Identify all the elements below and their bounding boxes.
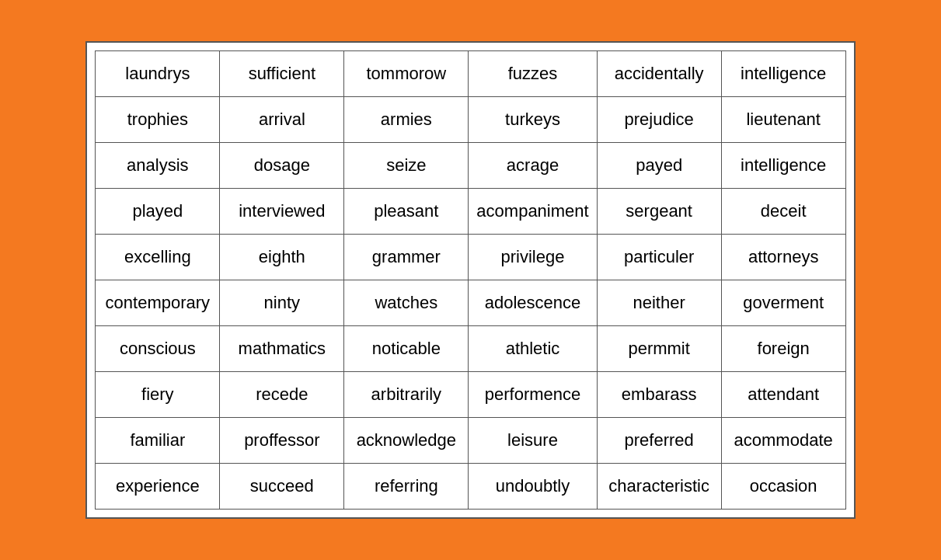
- word-table-container: laundryssufficienttommorowfuzzesaccident…: [85, 41, 855, 519]
- table-cell: played: [96, 189, 220, 235]
- table-cell: seize: [344, 143, 469, 189]
- table-row: trophiesarrivalarmiesturkeysprejudicelie…: [96, 97, 845, 143]
- table-cell: fiery: [96, 372, 220, 418]
- table-cell: grammer: [344, 235, 469, 280]
- table-cell: permmit: [597, 326, 721, 372]
- table-cell: analysis: [96, 143, 220, 189]
- table-cell: occasion: [721, 464, 845, 510]
- table-cell: excelling: [96, 235, 220, 280]
- table-cell: embarass: [597, 372, 721, 418]
- table-cell: conscious: [96, 326, 220, 372]
- table-cell: intelligence: [721, 143, 845, 189]
- table-cell: mathmatics: [220, 326, 344, 372]
- table-cell: attendant: [721, 372, 845, 418]
- table-cell: sergeant: [597, 189, 721, 235]
- table-cell: contemporary: [96, 280, 220, 326]
- word-table: laundryssufficienttommorowfuzzesaccident…: [95, 50, 845, 510]
- table-cell: leisure: [469, 418, 597, 464]
- table-cell: recede: [220, 372, 344, 418]
- table-cell: particuler: [597, 235, 721, 280]
- table-cell: arrival: [220, 97, 344, 143]
- table-cell: characteristic: [597, 464, 721, 510]
- table-cell: tommorow: [344, 51, 469, 97]
- table-cell: laundrys: [96, 51, 220, 97]
- table-cell: goverment: [721, 280, 845, 326]
- table-cell: dosage: [220, 143, 344, 189]
- table-cell: adolescence: [469, 280, 597, 326]
- table-cell: privilege: [469, 235, 597, 280]
- table-cell: arbitrarily: [344, 372, 469, 418]
- table-cell: interviewed: [220, 189, 344, 235]
- table-row: familiarproffessoracknowledgeleisurepref…: [96, 418, 845, 464]
- table-cell: acompaniment: [469, 189, 597, 235]
- table-cell: noticable: [344, 326, 469, 372]
- table-row: consciousmathmaticsnoticableathleticperm…: [96, 326, 845, 372]
- table-row: contemporarynintywatchesadolescenceneith…: [96, 280, 845, 326]
- table-row: experiencesucceedreferringundoubtlychara…: [96, 464, 845, 510]
- table-cell: experience: [96, 464, 220, 510]
- table-cell: intelligence: [721, 51, 845, 97]
- table-cell: armies: [344, 97, 469, 143]
- table-cell: acrage: [469, 143, 597, 189]
- table-cell: sufficient: [220, 51, 344, 97]
- table-row: analysisdosageseizeacragepayedintelligen…: [96, 143, 845, 189]
- table-cell: foreign: [721, 326, 845, 372]
- table-cell: familiar: [96, 418, 220, 464]
- table-cell: preferred: [597, 418, 721, 464]
- table-cell: attorneys: [721, 235, 845, 280]
- table-cell: neither: [597, 280, 721, 326]
- table-row: laundryssufficienttommorowfuzzesaccident…: [96, 51, 845, 97]
- table-cell: watches: [344, 280, 469, 326]
- table-cell: lieutenant: [721, 97, 845, 143]
- table-cell: deceit: [721, 189, 845, 235]
- table-row: excellingeighthgrammerprivilegeparticule…: [96, 235, 845, 280]
- table-cell: ninty: [220, 280, 344, 326]
- table-cell: prejudice: [597, 97, 721, 143]
- table-cell: trophies: [96, 97, 220, 143]
- table-cell: referring: [344, 464, 469, 510]
- table-cell: accidentally: [597, 51, 721, 97]
- table-cell: acknowledge: [344, 418, 469, 464]
- table-cell: eighth: [220, 235, 344, 280]
- table-cell: undoubtly: [469, 464, 597, 510]
- table-cell: payed: [597, 143, 721, 189]
- table-cell: turkeys: [469, 97, 597, 143]
- table-cell: acommodate: [721, 418, 845, 464]
- table-row: fieryrecedearbitrarilyperformenceembaras…: [96, 372, 845, 418]
- table-cell: succeed: [220, 464, 344, 510]
- table-row: playedinterviewedpleasantacompanimentser…: [96, 189, 845, 235]
- table-cell: proffessor: [220, 418, 344, 464]
- table-cell: performence: [469, 372, 597, 418]
- table-cell: pleasant: [344, 189, 469, 235]
- table-cell: fuzzes: [469, 51, 597, 97]
- table-cell: athletic: [469, 326, 597, 372]
